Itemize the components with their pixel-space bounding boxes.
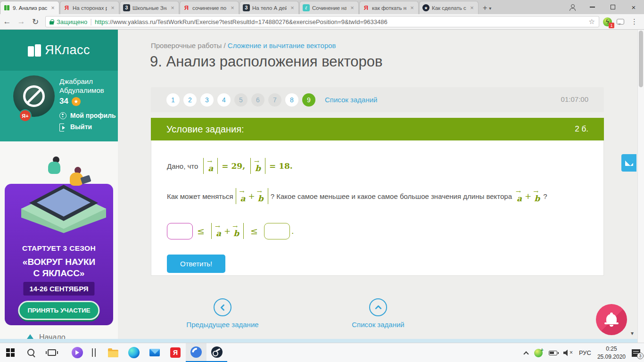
exercise-number-1[interactable]: 1 bbox=[166, 93, 180, 107]
task-list-label[interactable]: Список заданий bbox=[338, 321, 418, 329]
tab-close-icon[interactable]: × bbox=[349, 4, 355, 11]
ad-line2: «ВОКРУГ НАУКИ bbox=[5, 257, 113, 267]
battery-icon[interactable] bbox=[549, 351, 557, 355]
browser-tab-strip: 9. Анализ расп × Я На сторонах р × З Шко… bbox=[0, 0, 644, 14]
my-profile-link[interactable]: Мой профиль bbox=[59, 112, 116, 119]
maximize-icon bbox=[611, 5, 615, 9]
answer-button[interactable]: Ответить! bbox=[167, 255, 225, 273]
breadcrumb-divider: / bbox=[223, 41, 225, 49]
tab-close-icon[interactable]: × bbox=[229, 4, 236, 11]
question-tail: ? bbox=[543, 192, 547, 200]
window-minimize-button[interactable] bbox=[582, 0, 603, 14]
tray-chevron-icon[interactable] bbox=[523, 351, 528, 356]
breadcrumb-section[interactable]: Проверочные работы bbox=[151, 41, 222, 49]
exercise-number-4[interactable]: 4 bbox=[217, 93, 231, 107]
mail-button[interactable] bbox=[144, 343, 165, 362]
tab-close-icon[interactable]: × bbox=[50, 4, 56, 11]
problem-intro: Дано, что bbox=[167, 162, 198, 170]
tab-list-caret-icon[interactable]: ▾ bbox=[489, 6, 491, 11]
ad-dates-badge: 14-26 СЕНТЯБРЯ bbox=[23, 282, 94, 296]
back-button[interactable]: ← bbox=[0, 17, 14, 26]
min-value-input[interactable] bbox=[167, 223, 193, 239]
browser-tab[interactable]: З На тело А дей × bbox=[239, 1, 299, 14]
clock[interactable]: 0:25 25.09.2020 bbox=[597, 345, 626, 360]
tab-close-icon[interactable]: × bbox=[169, 4, 176, 11]
browser-profile-button[interactable] bbox=[563, 0, 582, 14]
previous-task-label[interactable]: Предыдущее задание bbox=[182, 321, 263, 329]
browser-tab[interactable]: Я сочинение по × bbox=[180, 1, 239, 14]
breadcrumb-current-link[interactable]: Сложение и вычитание векторов bbox=[228, 41, 336, 49]
browser-tab[interactable]: З Школьные Зна × bbox=[120, 1, 179, 14]
language-indicator[interactable]: РУС bbox=[579, 349, 591, 356]
abs-a-plus-b: →a + →b bbox=[236, 188, 268, 204]
browser-tab[interactable]: Я как фоткать на × bbox=[359, 1, 419, 14]
edge-button[interactable] bbox=[124, 343, 144, 362]
browser-tab[interactable]: 9. Анализ расп × bbox=[0, 1, 59, 14]
tab-close-icon[interactable]: × bbox=[409, 4, 415, 11]
tab-title: На сторонах р bbox=[73, 5, 107, 11]
volume-muted-icon[interactable] bbox=[563, 350, 573, 356]
exercise-number-7[interactable]: 7 bbox=[268, 93, 281, 107]
exercise-number-8[interactable]: 8 bbox=[285, 93, 298, 107]
scrollbar-track[interactable] bbox=[637, 30, 644, 343]
bookmark-star-icon[interactable]: ☆ bbox=[589, 17, 595, 26]
file-explorer-button[interactable] bbox=[103, 343, 124, 362]
tab-close-icon[interactable]: × bbox=[289, 4, 296, 11]
exercise-number-2[interactable]: 2 bbox=[183, 93, 197, 107]
previous-task-nav[interactable]: Предыдущее задание bbox=[182, 298, 263, 329]
new-tab-button[interactable]: + bbox=[483, 4, 487, 12]
max-value-input[interactable] bbox=[264, 223, 290, 239]
address-bar[interactable]: Защищено | https://www.yaklass.ru/TestWo… bbox=[45, 16, 599, 27]
chevron-up-icon[interactable] bbox=[369, 298, 387, 316]
tab-close-icon[interactable]: × bbox=[469, 4, 475, 11]
task-points: 2 б. bbox=[575, 124, 588, 134]
chevron-left-icon[interactable] bbox=[214, 298, 231, 316]
yandex-button[interactable]: Я bbox=[165, 343, 186, 362]
avatar[interactable]: Я+ bbox=[13, 75, 55, 117]
task-view-button[interactable] bbox=[41, 343, 62, 362]
browser-taskbar-button[interactable] bbox=[186, 343, 206, 362]
browser-tab[interactable]: ℓ Сочинение на × bbox=[299, 1, 359, 14]
taskbar-search-button[interactable] bbox=[21, 343, 41, 362]
window-close-button[interactable]: × bbox=[623, 0, 644, 14]
window-maximize-button[interactable] bbox=[603, 0, 623, 14]
znanija-favicon: З bbox=[243, 4, 250, 11]
reload-button[interactable]: ↻ bbox=[28, 17, 42, 27]
task-list-nav[interactable]: Список заданий bbox=[338, 298, 418, 329]
task-view-icon bbox=[48, 349, 56, 356]
browser-menu-icon[interactable]: ⋮ bbox=[629, 17, 643, 26]
ad-cta-button[interactable]: ПРИНЯТЬ УЧАСТИЕ bbox=[18, 301, 99, 320]
tab-title: На тело А дей bbox=[252, 5, 287, 11]
search-icon bbox=[27, 348, 35, 357]
start-button[interactable] bbox=[0, 343, 21, 362]
scrollbar-thumb[interactable] bbox=[639, 31, 643, 87]
extension-icon[interactable]: ϟ1 bbox=[603, 17, 612, 26]
taskbar-separator bbox=[88, 343, 100, 362]
exercise-number-5[interactable]: 5 bbox=[234, 93, 248, 107]
steam-button[interactable] bbox=[206, 343, 227, 362]
antivirus-icon[interactable] bbox=[534, 349, 543, 357]
action-center-icon[interactable]: 3 bbox=[632, 349, 640, 357]
logout-link[interactable]: Выйти bbox=[59, 123, 92, 131]
exercise-number-9-active[interactable]: 9 bbox=[302, 93, 315, 107]
yaklass-logo[interactable]: ЯКласс bbox=[28, 43, 90, 58]
page-bottom-strip bbox=[0, 339, 637, 343]
edge-icon bbox=[128, 347, 140, 358]
blocked-icon bbox=[23, 85, 45, 107]
abs-a: →a bbox=[203, 158, 218, 174]
feedback-mail-tab[interactable] bbox=[621, 154, 636, 172]
tab-close-icon[interactable]: × bbox=[109, 4, 116, 11]
browser-tab[interactable]: Я На сторонах р × bbox=[60, 1, 119, 14]
task-list-link[interactable]: Список заданий bbox=[325, 96, 377, 104]
steam-icon bbox=[211, 346, 223, 358]
person-icon bbox=[570, 4, 576, 10]
tab-title: 9. Анализ расп bbox=[13, 5, 47, 11]
comments-icon[interactable] bbox=[617, 19, 624, 25]
exercise-number-3[interactable]: 3 bbox=[200, 93, 214, 107]
notifications-bell-button[interactable] bbox=[596, 304, 627, 335]
alice-button[interactable] bbox=[67, 343, 88, 362]
tab-title: сочинение по bbox=[192, 5, 227, 11]
forward-button[interactable]: → bbox=[14, 17, 28, 26]
browser-tab[interactable]: ★ Как сделать ск × bbox=[419, 1, 479, 14]
exercise-number-6[interactable]: 6 bbox=[251, 93, 264, 107]
